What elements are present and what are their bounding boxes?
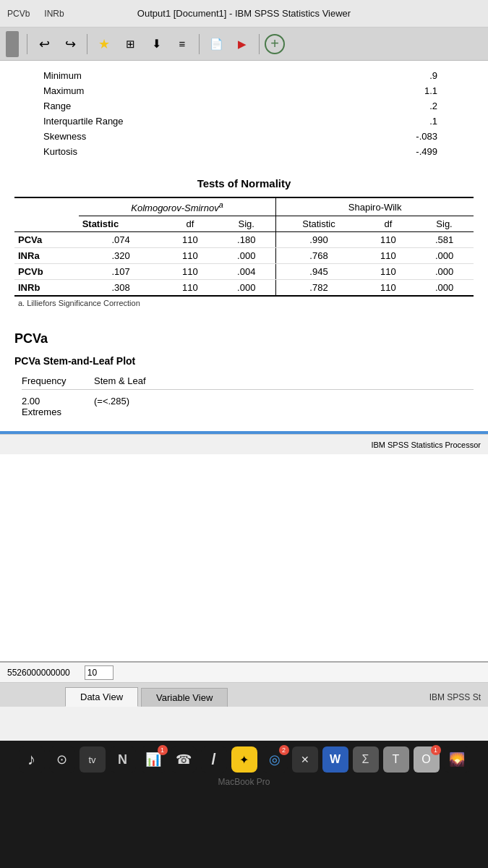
stats-section: Minimum .9 Maximum 1.1 Range .2 Interqua…	[0, 61, 488, 166]
stat-row-minimum: Minimum .9	[43, 68, 466, 83]
norm-sw-df-pcva: 110	[361, 232, 415, 248]
back-icon[interactable]: ↩	[33, 33, 56, 56]
header-sw-stat: Statistic	[276, 216, 361, 232]
norm-sw-sig-pcvb: .000	[415, 264, 474, 280]
media-icon[interactable]: ▶	[231, 33, 254, 56]
norm-name-inrb: INRb	[14, 280, 79, 297]
table-icon[interactable]: ⊞	[119, 33, 142, 56]
o-taskbar-icon[interactable]: O 1	[414, 746, 440, 773]
norm-ks-df-pcva: 110	[163, 232, 217, 248]
stem-leaf-data-row: 2.00 Extremes (=<.285)	[22, 396, 474, 417]
add-icon[interactable]: +	[265, 34, 285, 54]
pcva-section: PCVa PCVa Stem-and-Leaf Plot Frequency S…	[0, 320, 488, 431]
tabs-row: Data View Variable View IBM SPSS St	[0, 683, 488, 707]
phone-taskbar-icon[interactable]: ☎	[171, 746, 197, 773]
stem-leaf-table: Frequency Stem & Leaf 2.00 Extremes (=<.…	[22, 375, 474, 417]
norm-ks-df-pcvb: 110	[163, 264, 217, 280]
photo-taskbar-icon[interactable]: 🌄	[444, 746, 470, 773]
separator-3	[199, 34, 200, 54]
tab-variable-view[interactable]: Variable View	[141, 688, 228, 707]
norm-sw-df-inra: 110	[361, 248, 415, 264]
pcva-main-title: PCVa	[14, 331, 474, 346]
extremes-freq: 2.00 Extremes	[22, 396, 80, 417]
stat-value-minimum: .9	[299, 68, 466, 83]
podcast-taskbar-icon[interactable]: ⊙	[49, 746, 75, 773]
title-bar: PCVb INRb Output1 [Document1] - IBM SPSS…	[0, 0, 488, 27]
norm-sw-stat-inrb: .782	[276, 280, 361, 297]
safari-badge: 2	[279, 745, 289, 755]
o-badge: 1	[431, 745, 441, 755]
header-ks-df: df	[163, 216, 217, 232]
status-text: IBM SPSS Statistics Processor	[371, 441, 481, 449]
normality-row-pcvb: PCVb .107 110 .004 .945 110 .000	[14, 264, 474, 280]
slash-taskbar-icon[interactable]: /	[201, 746, 227, 773]
norm-ks-stat-pcvb: .107	[79, 264, 163, 280]
toolbar: ↩ ↪ ★ ⊞ ⬇ ≡ 📄 ▶ +	[0, 27, 488, 61]
header-ks-stat: Statistic	[79, 216, 163, 232]
bookmark-icon[interactable]: ★	[93, 33, 116, 56]
cell-input[interactable]	[85, 665, 114, 680]
norm-ks-sig-inrb: .000	[217, 280, 276, 297]
sigma-taskbar-icon[interactable]: Σ	[353, 746, 379, 773]
header-sw-sig: Sig.	[415, 216, 474, 232]
norm-ks-df-inrb: 110	[163, 280, 217, 297]
normality-sub-header-row: Statistic df Sig. Statistic df Sig.	[14, 216, 474, 232]
sw-group-header: Shapiro-Wilk	[276, 197, 474, 216]
header-sw-df: df	[361, 216, 415, 232]
macos-label: MacBook Pro	[0, 777, 488, 787]
norm-name-pcva: PCVa	[14, 232, 79, 248]
pcva-subtitle: PCVa Stem-and-Leaf Plot	[14, 355, 474, 367]
tab-pcvb[interactable]: PCVb	[7, 9, 30, 19]
normality-title: Tests of Normality	[14, 177, 474, 190]
safari-taskbar-icon[interactable]: ◎ 2	[262, 746, 288, 773]
ks-group-header: Kolmogorov-Smirnova	[79, 197, 276, 216]
extremes-value: (=<.285)	[94, 396, 474, 417]
window-chrome: PCVb INRb Output1 [Document1] - IBM SPSS…	[0, 0, 488, 800]
word-taskbar-icon[interactable]: W	[322, 746, 348, 773]
stat-row-kurtosis: Kurtosis -.499	[43, 144, 466, 159]
norm-sw-sig-inra: .000	[415, 248, 474, 264]
star-taskbar-icon[interactable]: ✦	[231, 746, 257, 773]
stem-leaf-header: Stem & Leaf	[94, 375, 474, 386]
norm-sw-stat-pcva: .990	[276, 232, 361, 248]
music-taskbar-icon[interactable]: ♪	[19, 746, 45, 773]
document-icon[interactable]: 📄	[205, 33, 228, 56]
norm-sw-sig-inrb: .000	[415, 280, 474, 297]
frequency-header: Frequency	[22, 375, 80, 386]
separator-4	[259, 34, 260, 54]
stat-label-skewness: Skewness	[43, 129, 299, 144]
stat-label-range: Range	[43, 98, 299, 114]
news-taskbar-icon[interactable]: N	[110, 746, 136, 773]
sidebar-toggle-icon[interactable]	[6, 31, 19, 57]
norm-sw-df-inrb: 110	[361, 280, 415, 297]
tv-taskbar-icon[interactable]: tv	[80, 746, 106, 773]
norm-ks-stat-pcva: .074	[79, 232, 163, 248]
download-icon[interactable]: ⬇	[145, 33, 168, 56]
stat-row-maximum: Maximum 1.1	[43, 83, 466, 98]
forward-icon[interactable]: ↪	[59, 33, 82, 56]
norm-ks-sig-pcva: .180	[217, 232, 276, 248]
stem-leaf-header-row: Frequency Stem & Leaf	[22, 375, 474, 386]
norm-sw-stat-inra: .768	[276, 248, 361, 264]
norm-ks-stat-inrb: .308	[79, 280, 163, 297]
x-taskbar-icon[interactable]: ✕	[292, 746, 318, 773]
list-icon[interactable]: ≡	[171, 33, 194, 56]
stat-row-skewness: Skewness -.083	[43, 129, 466, 144]
norm-ks-sig-pcvb: .004	[217, 264, 276, 280]
norm-sw-sig-pcva: .581	[415, 232, 474, 248]
stats-table: Minimum .9 Maximum 1.1 Range .2 Interqua…	[43, 68, 466, 159]
header-ks-sig: Sig.	[217, 216, 276, 232]
stats-taskbar-icon[interactable]: 📊 1	[140, 746, 166, 773]
t-taskbar-icon[interactable]: T	[383, 746, 409, 773]
title-bar-left: PCVb INRb	[7, 9, 64, 19]
main-content: Minimum .9 Maximum 1.1 Range .2 Interqua…	[0, 61, 488, 661]
stat-value-maximum: 1.1	[299, 83, 466, 98]
stat-label-kurtosis: Kurtosis	[43, 144, 299, 159]
stat-label-iqr: Interquartile Range	[43, 114, 299, 129]
tab-data-view[interactable]: Data View	[65, 687, 138, 707]
stat-row-iqr: Interquartile Range .1	[43, 114, 466, 129]
normality-row-inrb: INRb .308 110 .000 .782 110 .000	[14, 280, 474, 297]
normality-group-header-row: Kolmogorov-Smirnova Shapiro-Wilk	[14, 197, 474, 216]
bottom-status-bar: 5526000000000	[0, 663, 488, 683]
tab-inrb[interactable]: INRb	[44, 9, 64, 19]
